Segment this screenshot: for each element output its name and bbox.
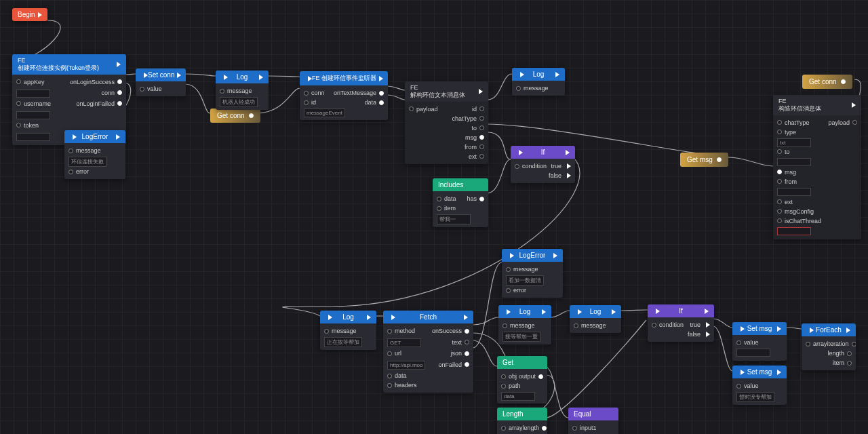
exec-out-icon	[117, 62, 121, 67]
exec-in-icon	[391, 315, 395, 320]
port-label: conn	[311, 90, 325, 96]
node-set-msg2[interactable]: Set msg value 暂时没专帮加	[732, 366, 787, 405]
port-label: onLoginFailed	[76, 100, 115, 107]
port-label: id	[472, 106, 477, 113]
node-title: ForEach	[816, 326, 842, 334]
port-label: message	[227, 87, 252, 94]
port-label: has	[467, 195, 477, 202]
node-title: If	[541, 149, 545, 156]
port-label: message	[510, 322, 535, 329]
port-label: onFailed	[438, 361, 462, 368]
node-title: Get conn	[809, 78, 837, 85]
exec-out-icon	[464, 315, 468, 320]
node-fetch[interactable]: Fetch methodonSuccess GETtext urljson ht…	[383, 311, 473, 393]
port-label: data	[444, 195, 456, 202]
port-label: to	[785, 149, 790, 155]
node-set-conn[interactable]: Set conn value	[136, 68, 186, 96]
node-title: Begin	[18, 11, 35, 18]
port-out	[841, 79, 846, 84]
port-label: json	[450, 350, 462, 357]
exec-out-icon	[542, 309, 546, 315]
node-get-conn2[interactable]: Get conn	[802, 75, 852, 89]
exec-out-icon	[555, 72, 559, 77]
port-label: item	[833, 359, 844, 366]
input-field[interactable]	[736, 349, 770, 357]
port-label: true	[690, 321, 701, 328]
exec-in-icon	[520, 72, 524, 77]
exec-in-icon	[224, 75, 228, 80]
exec-in-icon	[510, 253, 514, 258]
input-field[interactable]	[16, 133, 50, 141]
node-log3[interactable]: Log message 正在故等帮加	[320, 311, 376, 350]
input-field[interactable]	[777, 227, 811, 235]
port-label: item	[444, 205, 456, 212]
node-title: FE创建环信连接实例(Token登录)	[18, 57, 99, 72]
input-field[interactable]: 环信连接失败	[68, 157, 106, 167]
input-field[interactable]: messageEvent	[304, 108, 345, 117]
port-label: onLoginSuccess	[70, 79, 115, 85]
input-field[interactable]: data	[501, 392, 535, 401]
input-field[interactable]: 看加一数据清	[506, 275, 544, 285]
port-label: to	[471, 125, 477, 132]
node-title: Get msg	[687, 156, 713, 163]
exec-out-icon	[706, 322, 710, 328]
node-set-msg1[interactable]: Set msg value	[732, 322, 787, 361]
node-get[interactable]: Get objoutput path data	[497, 356, 547, 403]
port-label: payload	[416, 106, 438, 113]
node-begin[interactable]: Begin	[12, 8, 47, 21]
port-label: condition	[522, 163, 547, 170]
input-field[interactable]: txt	[777, 138, 811, 147]
node-if2[interactable]: If conditiontrue false	[648, 304, 714, 342]
exec-out-icon	[612, 309, 616, 315]
node-title: Log	[519, 308, 531, 315]
exec-out-icon	[479, 89, 483, 94]
input-field[interactable]: 接等帮加一重	[502, 332, 540, 342]
input-field[interactable]	[16, 111, 50, 119]
node-title: Set conn	[148, 71, 174, 79]
port-label: value	[744, 382, 759, 389]
input-field[interactable]	[777, 158, 811, 166]
node-title: LogError	[82, 133, 108, 140]
input-field[interactable]: 帮我一	[437, 214, 471, 224]
node-fe-build[interactable]: FE构造环信消息体 chatTypepayload type txt to ms…	[773, 95, 861, 239]
node-foreach[interactable]: ForEach arrayiteration length item	[802, 323, 856, 370]
node-log4[interactable]: Log message 接等帮加一重	[498, 305, 551, 344]
node-fe-event[interactable]: FE 创建环信事件监听器 connonTextMessage iddata me…	[300, 71, 388, 120]
node-get-conn[interactable]: Get conn	[210, 108, 260, 123]
input-field[interactable]: http://api.moo	[387, 361, 425, 370]
port-label: id	[311, 99, 316, 106]
node-includes[interactable]: Includes datahas item 帮我一	[433, 178, 488, 227]
node-title: LogError	[519, 252, 546, 259]
input-field[interactable]	[16, 90, 50, 98]
node-log1[interactable]: Log message 机器人轻成功	[216, 71, 269, 110]
node-log-error2[interactable]: LogError message 看加一数据清 error	[502, 249, 563, 298]
node-log-error1[interactable]: LogError message 环信连接失败 error	[64, 130, 125, 179]
node-log2[interactable]: Log message	[512, 68, 565, 96]
port-label: from	[785, 178, 797, 185]
node-title: FE 创建环信事件监听器	[312, 74, 376, 83]
input-field[interactable]: GET	[387, 338, 421, 347]
node-equal[interactable]: Equal input1	[568, 408, 618, 434]
node-get-msg[interactable]: Get msg	[680, 153, 728, 167]
exec-out-icon	[777, 370, 781, 375]
node-log5[interactable]: Log message	[570, 305, 621, 333]
exec-out-icon	[379, 76, 383, 81]
port-label: value	[147, 85, 162, 92]
node-if1[interactable]: If conditiontrue false	[511, 146, 575, 183]
input-field[interactable]: 暂时没专帮加	[736, 392, 774, 402]
node-fe-parse[interactable]: FE解构环信文本消息体 payloadid chatType to msg fr…	[405, 81, 488, 164]
port-label: array	[813, 340, 827, 347]
port-label: isChatThread	[785, 218, 821, 224]
input-field[interactable]: 正在故等帮加	[324, 337, 362, 347]
port-label: true	[551, 163, 561, 170]
exec-in-icon	[519, 150, 523, 155]
node-length[interactable]: Length arraylength	[497, 408, 547, 434]
port-label: path	[509, 382, 521, 389]
input-field[interactable]	[777, 188, 811, 196]
input-field[interactable]: 机器人轻成功	[220, 97, 258, 107]
node-title: Get	[502, 359, 513, 366]
port-label: from	[465, 144, 477, 151]
port-label: onTextMessage	[334, 90, 376, 96]
exec-out-icon	[706, 332, 710, 337]
exec-out-icon	[846, 328, 850, 333]
